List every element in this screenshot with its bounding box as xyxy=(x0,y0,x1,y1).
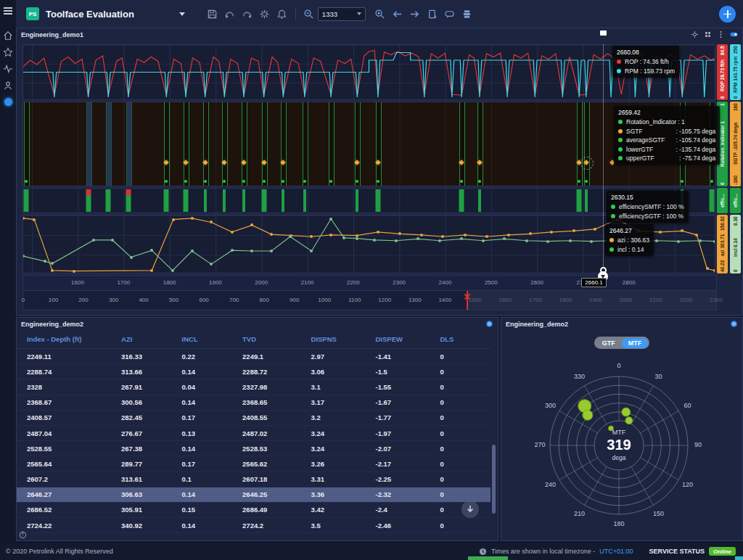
link-sync-icon[interactable] xyxy=(485,320,493,328)
axis-tick: 1600 xyxy=(498,297,512,303)
series-color-dot-icon xyxy=(611,214,615,218)
title-dropdown-caret[interactable] xyxy=(179,12,185,16)
table-row[interactable]: 2724.22340.920.142724.23.5-2.460 xyxy=(17,518,490,533)
redo-button[interactable] xyxy=(239,5,256,22)
spark-tools-button[interactable] xyxy=(256,5,274,22)
polar-angle-label: 300 xyxy=(545,402,556,409)
table-row[interactable]: 2288.74313.660.142288.723.06-1.50 xyxy=(17,364,490,379)
table-cell: 0.1 xyxy=(172,472,233,487)
overview-drag-handle[interactable] xyxy=(467,291,468,310)
column-header-azi[interactable]: AZI xyxy=(111,330,172,349)
timezone-value[interactable]: UTC+01:00 xyxy=(599,548,633,555)
column-header-dispew[interactable]: DISPEW xyxy=(365,330,430,349)
data-point-marker xyxy=(438,239,441,242)
axis-tick: 2600 xyxy=(530,279,543,286)
toggle-option-gtf[interactable]: GTF xyxy=(596,338,622,348)
zoom-in-button[interactable] xyxy=(372,5,389,22)
menu-button[interactable] xyxy=(0,0,16,17)
gtf-mtf-toggle[interactable]: GTF MTF xyxy=(594,337,649,349)
data-point-marker xyxy=(482,239,485,242)
toggle-option-mtf[interactable]: MTF xyxy=(622,338,649,348)
data-point-marker xyxy=(44,260,46,263)
rop-rpm-track[interactable] xyxy=(22,44,715,100)
table-row[interactable]: 2487.04276.670.132487.023.24-1.970 xyxy=(17,425,490,440)
survey-stripe xyxy=(222,102,228,186)
scale-bar-text: effic... xyxy=(730,188,741,213)
tooltip-label: RPM : 159.73 rpm xyxy=(625,67,675,75)
polar-center-label: MTF xyxy=(612,429,626,436)
table-row[interactable]: 2607.2313.610.12607.183.31-2.250 xyxy=(17,472,490,487)
survey-dot xyxy=(242,180,245,183)
zoom-out-button[interactable] xyxy=(300,5,318,22)
add-button[interactable] xyxy=(719,6,736,22)
comments-button[interactable] xyxy=(441,5,459,22)
table-row[interactable]: 2249.11316.330.222249.12.97-1.410 xyxy=(17,349,490,364)
data-point-marker xyxy=(503,237,506,240)
undo-button[interactable] xyxy=(221,5,239,22)
table-row[interactable]: 2646.27306.630.142646.253.36-2.320 xyxy=(17,487,490,502)
tooltip-row: efficiencySMTF : 100 % xyxy=(611,203,684,210)
scale-bar-value: effic... xyxy=(733,194,738,207)
toolbar-divider xyxy=(295,8,296,20)
data-point-marker xyxy=(191,250,194,252)
sidebar-item-active[interactable] xyxy=(0,94,16,110)
table-row[interactable]: 2368.67300.560.142368.653.17-1.670 xyxy=(17,395,490,410)
axis-tick: 2200 xyxy=(680,297,693,303)
table-cell: -2.17 xyxy=(365,456,430,472)
link-sync-icon[interactable] xyxy=(730,320,738,328)
device-preview-button[interactable] xyxy=(424,5,441,22)
tooltip-row: efficiencySGTF : 100 % xyxy=(611,213,684,220)
column-header-tvd[interactable]: TVD xyxy=(232,330,300,349)
table-cell: 2368.65 xyxy=(232,395,300,410)
data-point-marker xyxy=(695,234,698,236)
table-cell: 0 xyxy=(430,487,490,502)
series-color-dot-icon xyxy=(618,147,623,152)
depth-crosshair[interactable] xyxy=(603,44,604,275)
series-color-dot-icon xyxy=(618,120,623,124)
crosshair-top-handle[interactable] xyxy=(600,30,607,36)
table-cell: 2607.2 xyxy=(17,472,111,487)
table-row[interactable]: 2328267.910.042327.983.1-1.550 xyxy=(17,379,490,395)
navigate-back-button[interactable] xyxy=(389,5,406,22)
table-cell: -1.97 xyxy=(365,425,430,440)
column-header-incl[interactable]: INCL xyxy=(172,330,233,349)
efficiency-bar xyxy=(86,189,91,212)
sidebar-item-user[interactable] xyxy=(0,77,16,94)
scroll-to-bottom-button[interactable] xyxy=(461,501,479,518)
data-point-marker xyxy=(550,231,553,234)
toolface-polar-chart[interactable]: 0306090120150180210240270300330MTF319deg… xyxy=(532,358,706,532)
column-header-dls[interactable]: DLS xyxy=(430,330,490,349)
table-cell: 0 xyxy=(430,379,490,395)
survey-stripe xyxy=(203,102,209,186)
data-point-marker xyxy=(460,237,463,240)
sidebar-item-favorites[interactable] xyxy=(0,44,16,60)
sidebar-item-home[interactable] xyxy=(0,27,16,44)
table-row[interactable]: 2408.57282.450.172408.553.2-1.770 xyxy=(17,410,490,425)
save-button[interactable] xyxy=(204,5,221,22)
scale-bar-value: 0 xyxy=(733,96,738,99)
column-header-index-depth-ft-[interactable]: Index - Depth (ft) xyxy=(17,330,111,349)
column-header-dispns[interactable]: DISPNS xyxy=(301,330,366,349)
table-cell: 2368.67 xyxy=(17,395,111,410)
navigate-forward-button[interactable] xyxy=(406,5,424,22)
survey-dot xyxy=(356,180,358,183)
efficiency-bar xyxy=(375,189,380,212)
table-row[interactable]: 2528.55267.380.142528.533.24-2.070 xyxy=(17,441,490,456)
zoom-level-select[interactable]: 1333 xyxy=(318,7,366,21)
home-icon xyxy=(3,30,13,41)
notifications-button[interactable] xyxy=(274,5,291,22)
scale-bar-text: 0RPM 143.75 rpm250 xyxy=(730,44,741,100)
data-point-marker xyxy=(485,235,488,238)
table-row[interactable]: 2565.64289.770.172565.623.26-2.170 xyxy=(17,456,490,472)
data-layers-button[interactable] xyxy=(459,5,476,22)
star-icon xyxy=(3,47,13,57)
table-scrollbar[interactable] xyxy=(492,445,496,514)
sidebar-item-activity[interactable] xyxy=(0,60,16,77)
depth-axis[interactable]: 1600170018001900200021002200230024002500… xyxy=(22,275,717,291)
table-cell: 0.17 xyxy=(172,456,233,472)
tooltip-label: efficiencySMTF : 100 % xyxy=(619,203,684,210)
toolface-rotation-track[interactable] xyxy=(22,102,715,186)
table-row[interactable]: 2686.52305.910.152686.493.42-2.40 xyxy=(17,502,490,517)
overview-range-axis[interactable]: 0100200300400500600700800900100011001200… xyxy=(22,290,717,310)
efficiency-bar xyxy=(356,189,358,212)
